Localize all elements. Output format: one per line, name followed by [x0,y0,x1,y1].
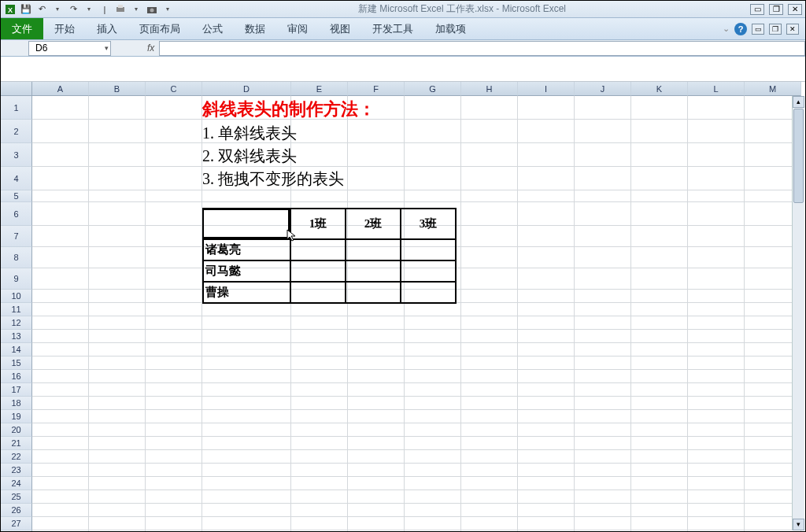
grid-cell[interactable] [575,504,631,517]
grid-cell[interactable] [461,517,518,530]
grid-cell[interactable] [631,202,688,226]
grid-cell[interactable] [32,383,89,397]
grid-cell[interactable] [348,120,405,143]
grid-cell[interactable] [688,517,745,530]
grid-cell[interactable] [202,437,291,450]
grid-cell[interactable] [146,450,202,464]
row-header[interactable]: 9 [1,268,32,290]
grid-cell[interactable] [688,450,745,464]
grid-cell[interactable] [631,303,688,316]
grid-cell[interactable] [518,397,575,410]
grid-cell[interactable] [575,530,631,531]
grid-cell[interactable] [146,202,202,226]
grid-cell[interactable] [89,437,146,450]
grid-cell[interactable] [688,190,745,202]
row-header[interactable]: 4 [1,167,32,190]
grid-cell[interactable] [575,167,631,190]
grid-cell[interactable] [146,268,202,290]
grid-cell[interactable] [518,517,575,530]
row-header[interactable]: 13 [1,330,32,343]
grid-cell[interactable] [405,517,461,530]
column-header[interactable]: B [89,82,146,96]
grid-cell[interactable] [32,303,89,316]
grid-cell[interactable] [89,96,146,120]
grid-cell[interactable] [202,464,291,477]
grid-cell[interactable] [348,397,405,410]
grid-cell[interactable] [688,303,745,316]
grid-cell[interactable] [461,247,518,268]
grid-cell[interactable] [32,202,89,226]
grid-cell[interactable] [518,96,575,120]
grid-cell[interactable] [688,96,745,120]
grid-cell[interactable] [405,357,461,370]
quick-print-dropdown-icon[interactable]: ▾ [130,3,142,16]
grid-cell[interactable] [32,490,89,504]
grid-cell[interactable] [518,450,575,464]
grid-cell[interactable] [202,504,291,517]
grid-cell[interactable] [348,370,405,383]
grid-cell[interactable] [146,316,202,330]
grid-cell[interactable] [405,143,461,167]
grid-cell[interactable] [518,316,575,330]
grid-cell[interactable] [575,247,631,268]
ribbon-minimize-icon[interactable]: ⌄ [723,24,730,34]
grid-cell[interactable] [405,120,461,143]
grid-cell[interactable] [32,450,89,464]
excel-icon[interactable]: X [4,3,17,16]
grid-cell[interactable] [688,120,745,143]
grid-cell[interactable] [575,410,631,423]
grid-cell[interactable] [575,143,631,167]
grid-cell[interactable] [518,383,575,397]
grid-cell[interactable] [146,517,202,530]
grid-cell[interactable] [575,477,631,490]
column-header[interactable]: F [348,82,405,96]
grid-cell[interactable] [461,143,518,167]
column-header[interactable]: A [32,82,89,96]
formula-input[interactable] [159,41,805,56]
grid-cell[interactable] [461,202,518,226]
qat-customize-icon[interactable]: ▾ [161,3,174,16]
minimize-button[interactable]: ▭ [750,4,764,15]
grid-cell[interactable] [461,190,518,202]
grid-cell[interactable] [631,504,688,517]
grid-cell[interactable] [461,397,518,410]
grid-cell[interactable] [631,370,688,383]
grid-cell[interactable] [631,464,688,477]
tab-developer[interactable]: 开发工具 [361,18,424,39]
grid-cell[interactable] [291,370,348,383]
row-header[interactable]: 22 [1,450,32,464]
grid-cell[interactable] [518,303,575,316]
grid-cell[interactable] [291,120,348,143]
grid-cell[interactable] [32,477,89,490]
grid-cell[interactable] [575,423,631,437]
grid-cell[interactable] [518,226,575,247]
row-header[interactable]: 19 [1,410,32,423]
grid-cell[interactable] [89,517,146,530]
grid-cell[interactable] [291,464,348,477]
table-cell[interactable] [401,239,456,260]
grid-cell[interactable] [89,504,146,517]
grid-cell[interactable] [688,410,745,423]
grid-cell[interactable] [575,370,631,383]
table-header-cell[interactable] [203,209,290,239]
grid-cell[interactable] [89,397,146,410]
grid-cell[interactable] [291,316,348,330]
grid-cell[interactable] [32,504,89,517]
grid-cell[interactable] [518,190,575,202]
grid-cell[interactable] [688,316,745,330]
grid-cell[interactable] [348,330,405,343]
grid-cell[interactable] [348,437,405,450]
grid-cell[interactable] [291,517,348,530]
grid-cell[interactable] [202,357,291,370]
table-cell[interactable] [290,239,346,260]
row-header[interactable]: 12 [1,316,32,330]
grid-cell[interactable] [688,383,745,397]
workbook-restore-button[interactable]: ❐ [769,24,782,35]
grid-cell[interactable] [631,120,688,143]
grid-cell[interactable] [405,96,461,120]
grid-cell[interactable] [518,504,575,517]
row-header[interactable]: 6 [1,202,32,226]
row-header[interactable]: 26 [1,504,32,517]
grid-cell[interactable] [146,410,202,423]
grid-cell[interactable] [405,450,461,464]
